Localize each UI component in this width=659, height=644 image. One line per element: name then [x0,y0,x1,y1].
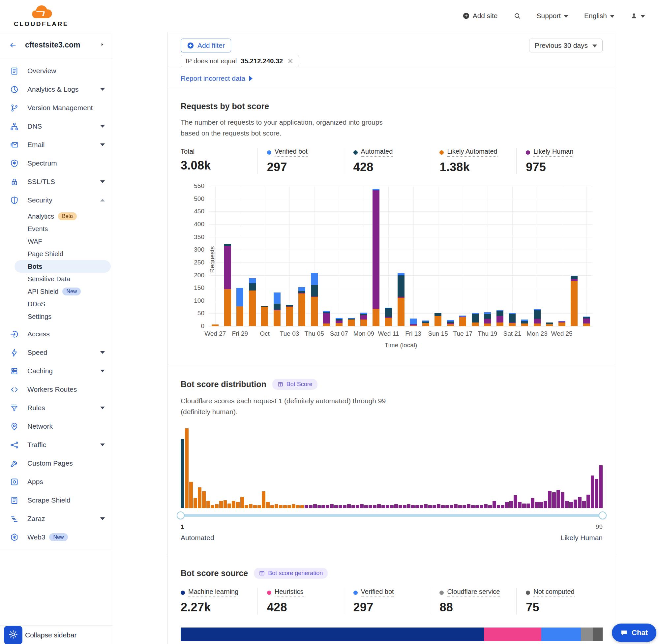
slider-handle-min[interactable] [177,511,185,519]
filter-chip[interactable]: IP does not equal 35.212.240.32 [181,55,299,67]
gear-icon [8,629,18,641]
slider-track[interactable] [181,514,603,517]
sidebar-item-traffic[interactable]: Traffic [0,436,113,454]
sidebar-item-bots[interactable]: Bots [15,260,111,273]
histogram-bar-score-82 [526,504,530,508]
range-max: 99 [596,523,603,531]
chart-bar-segment-likely-automated [298,294,305,326]
sidebar-item-apps[interactable]: Apps [0,473,113,491]
chevron-up-icon[interactable] [100,199,105,202]
sidebar-item-network[interactable]: Network [0,417,113,436]
sidebar-item-settings[interactable]: Settings [0,310,113,323]
sidebar-item-rules[interactable]: Rules [0,399,113,417]
new-badge: New [49,533,68,541]
report-incorrect-data-link[interactable]: Report incorrect data [181,74,253,83]
sidebar-item-caching[interactable]: Caching [0,362,113,380]
dns-icon [10,122,19,131]
add-filter-button[interactable]: Add filter [181,39,231,52]
sidebar-item-email[interactable]: Email [0,136,113,154]
chart-bar-segment-automated [484,314,491,319]
sidebar-item-overview[interactable]: Overview [0,62,113,80]
collapse-sidebar-label[interactable]: Collapse sidebar [25,631,76,639]
chevron-down-icon[interactable] [100,351,105,354]
sidebar-item-analytics-logs[interactable]: Analytics & Logs [0,80,113,98]
chart-bar-segment-likely-automated [509,323,516,326]
chart-bar [261,306,268,326]
site-expand-icon[interactable] [99,42,105,48]
range-min-name: Automated [181,534,214,542]
histogram-bar-score-60 [432,505,436,508]
chart-bar-segment-likely-automated [261,307,268,326]
sidebar-item-access[interactable]: Access [0,325,113,343]
sidebar-item-api-shield[interactable]: API ShieldNew [0,285,113,298]
sidebar-item-security[interactable]: Security [0,191,113,209]
slider-handle-max[interactable] [599,511,607,519]
settings-gear-button[interactable] [4,626,22,644]
y-tick-label: 150 [194,284,209,292]
verified-bot-dot [267,151,271,155]
filter-section: Add filter IP does not equal 35.212.240.… [167,32,616,68]
sidebar-subitem-label: Page Shield [28,250,63,258]
gridline-x [265,186,265,326]
add-site-button[interactable]: Add site [463,12,498,20]
histogram-bar-score-75 [497,505,500,508]
chevron-down-icon[interactable] [100,407,105,409]
score-range-slider [181,511,603,519]
chevron-down-icon[interactable] [100,125,105,128]
brand-name: CLOUDFLARE [14,20,69,28]
histogram-bar-score-76 [501,505,504,508]
gridline-x [363,186,364,326]
histogram-bar-score-6 [202,491,206,508]
histogram-bar-score-53 [403,505,406,508]
x-tick-label: Fri 29 [232,330,248,337]
histogram-bar-score-55 [411,505,415,508]
chevron-down-icon[interactable] [100,143,105,146]
sidebar-item-sensitive-data[interactable]: Sensitive Data [0,273,113,285]
book-icon [259,570,265,576]
chevron-down-icon[interactable] [100,518,105,520]
sidebar-item-zaraz[interactable]: Zaraz [0,509,113,528]
sidebar-item-scrape-shield[interactable]: Scrape Shield [0,491,113,509]
close-icon[interactable] [287,58,294,65]
chart-bar [224,244,231,326]
chevron-down-icon[interactable] [100,370,105,372]
sidebar-item-speed[interactable]: Speed [0,343,113,362]
sidebar-item-version-management[interactable]: Version Management [0,98,113,117]
support-menu[interactable]: Support [537,12,569,20]
chevron-down-icon[interactable] [100,180,105,183]
chart-bar [348,318,355,326]
sidebar-item-page-shield[interactable]: Page Shield [0,248,113,260]
chevron-down-icon[interactable] [100,443,105,446]
top-header: CLOUDFLARE Add site Support English [0,0,659,32]
chart-bar-segment-likely-automated [286,307,293,326]
sidebar-item-ddos[interactable]: DDoS [0,298,113,310]
sidebar-item-web3[interactable]: Web3New [0,528,113,546]
sidebar-item-ssl-tls[interactable]: SSL/TLS [0,172,113,191]
sidebar-item-dns[interactable]: DNS [0,117,113,136]
chart-bar [373,189,379,326]
sidebar-item-workers-routes[interactable]: Workers Routes [0,380,113,399]
chart-bar-segment-likely-automated [311,297,318,326]
back-arrow-icon[interactable] [9,42,17,49]
likely-automated-dot [440,151,444,155]
histogram-bar-score-87 [548,491,551,508]
date-range-button[interactable]: Previous 30 days [529,39,603,52]
not-computed-dot [526,591,530,595]
account-menu[interactable] [630,12,645,20]
x-tick-label: Sat 07 [330,330,348,337]
histogram-bar-score-41 [351,505,355,508]
bot-score-generation-badge[interactable]: Bot score generation [254,568,328,579]
sidebar-item-label: Network [27,422,53,430]
chat-button[interactable]: Chat [612,624,656,642]
sidebar-item-analytics[interactable]: AnalyticsBeta [0,210,113,223]
chart-bar-segment-likely-automated [236,306,243,326]
sidebar-item-waf[interactable]: WAF [0,235,113,248]
language-menu[interactable]: English [584,12,614,20]
chart-bar [336,318,343,326]
sidebar-item-custom-pages[interactable]: Custom Pages [0,454,113,473]
search-button[interactable] [514,12,521,20]
sidebar-item-events[interactable]: Events [0,223,113,235]
bot-score-badge[interactable]: Bot Score [272,379,317,390]
chevron-down-icon[interactable] [100,88,105,91]
sidebar-item-spectrum[interactable]: Spectrum [0,154,113,172]
